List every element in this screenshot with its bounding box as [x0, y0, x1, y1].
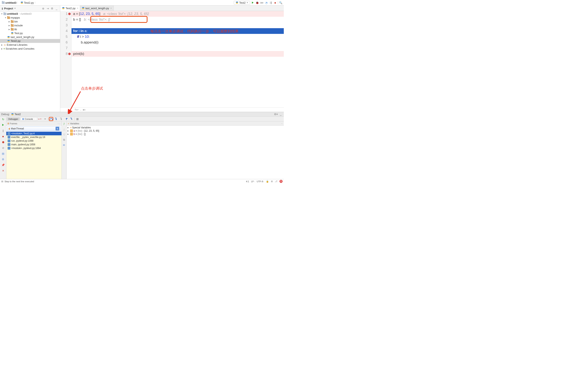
inspector-icon[interactable]: ⊞: [271, 180, 273, 183]
editor-breadcrumb[interactable]: for . ▮a: [60, 107, 284, 112]
tree-scratches[interactable]: ▶ ≡ Scratches and Consoles: [0, 47, 60, 51]
code-line[interactable]: b = [] b: <class 'list'>: []: [71, 17, 284, 23]
breadcrumb-file[interactable]: Test2.py 〉: [20, 1, 37, 5]
scroll-up-button[interactable]: △: [62, 127, 66, 131]
code-line[interactable]: [71, 23, 284, 28]
tree-item[interactable]: Test2.py: [0, 39, 60, 43]
stop-button[interactable]: ■: [1, 134, 5, 138]
file-encoding[interactable]: UTF-8÷: [257, 180, 264, 183]
tree-root[interactable]: ▼ untitled3 ~/untitled3: [0, 12, 60, 16]
line-number[interactable]: 4: [60, 28, 68, 34]
tree-item[interactable]: ▼myapps: [0, 16, 60, 20]
twisty-icon[interactable]: ▶: [8, 21, 10, 23]
tree-item[interactable]: ▶lib: [0, 27, 60, 31]
resume-button[interactable]: [1, 123, 5, 127]
console-tab[interactable]: ▣ Console →: [20, 117, 37, 121]
gutter[interactable]: 12345678: [60, 11, 71, 107]
code-line[interactable]: for i in a:: [71, 28, 284, 34]
watch-button[interactable]: 👁: [62, 143, 66, 147]
code-line[interactable]: a = [12, 23, 5, 65] a: <class 'list'>: […: [71, 11, 284, 17]
run-button[interactable]: [251, 1, 255, 5]
line-number[interactable]: 6: [60, 40, 68, 45]
restore-layout-button[interactable]: ⤴: [62, 122, 66, 126]
variable-row[interactable]: ▶ b = {list} : []: [68, 133, 283, 136]
code-line[interactable]: print(b): [71, 51, 284, 57]
code-line[interactable]: if i > 10:: [71, 34, 284, 40]
close-icon[interactable]: ×: [111, 7, 112, 9]
stack-frame[interactable]: main, pydevd.py:1658: [6, 143, 61, 146]
line-number[interactable]: 5: [60, 34, 68, 40]
twisty-icon[interactable]: ▶: [68, 126, 69, 129]
step-over-button[interactable]: [49, 117, 53, 121]
line-separator[interactable]: LF÷: [251, 180, 255, 183]
line-number[interactable]: 7: [60, 45, 68, 51]
frames-next-button[interactable]: ↓: [60, 123, 60, 125]
search-everywhere-button[interactable]: 🔍: [279, 1, 282, 5]
evaluate-expression-button[interactable]: ▦: [75, 117, 80, 121]
twisty-icon[interactable]: ▼: [1, 13, 3, 15]
stop-button[interactable]: ■: [273, 1, 277, 5]
cursor-position[interactable]: 4:1: [246, 180, 249, 183]
debug-settings-button[interactable]: ⚙▾: [274, 112, 278, 116]
step-into-button[interactable]: [54, 117, 59, 121]
tree-item[interactable]: ▶bin: [0, 20, 60, 24]
close-button[interactable]: ✕: [1, 169, 5, 173]
variable-row[interactable]: ▶ ≡ Special Variables: [68, 126, 283, 129]
step-settings-button[interactable]: ≡: [43, 117, 47, 121]
tree-item[interactable]: last_word_length.py: [0, 35, 60, 39]
collapse-all-button[interactable]: ⇥: [46, 7, 50, 10]
twisty-icon[interactable]: ▶: [8, 25, 10, 26]
twisty-icon[interactable]: ▶: [68, 133, 69, 135]
settings-gear-button[interactable]: ⚙: [1, 157, 5, 161]
twisty-icon[interactable]: ▼: [5, 17, 7, 19]
run-config-selector[interactable]: Test2 ▼: [234, 1, 250, 5]
editor-tab[interactable]: Test2.py×: [60, 6, 80, 11]
rerun-button[interactable]: ↻: [1, 117, 5, 121]
attach-button[interactable]: ⇶: [269, 1, 273, 5]
line-number[interactable]: 2: [60, 17, 68, 23]
variable-row[interactable]: ▶ a = {list} : [12, 23, 5, 65]: [68, 129, 283, 133]
stack-frame[interactable]: <module>, Test2.py:4: [6, 132, 61, 135]
layout-button[interactable]: ▤: [1, 152, 5, 155]
debug-hide-button[interactable]: ⎯: [279, 112, 282, 116]
run-to-cursor-button[interactable]: I: [69, 117, 74, 121]
twisty-icon[interactable]: ▶: [1, 48, 3, 50]
show-execution-point-button[interactable]: ▸≡: [38, 117, 42, 121]
tree-item[interactable]: Test.py: [0, 31, 60, 35]
close-icon[interactable]: ×: [77, 7, 78, 9]
line-number[interactable]: 3: [60, 23, 68, 28]
stack-frame[interactable]: run, pydevd.py:1068: [6, 139, 61, 143]
tree-item[interactable]: ▶include: [0, 24, 60, 27]
line-number[interactable]: 1: [60, 11, 68, 17]
frames-prev-button[interactable]: ↑: [58, 123, 59, 125]
stack-frame[interactable]: <module>, pydevd.py:1664: [6, 146, 61, 150]
step-into-my-code-button[interactable]: [59, 117, 64, 121]
scroll-down-button[interactable]: ▽: [62, 133, 66, 136]
lock-icon[interactable]: 🔓: [266, 180, 269, 183]
tree-external-libs[interactable]: ▶ ⫼ External Libraries: [0, 43, 60, 47]
pause-button[interactable]: ∥: [1, 129, 5, 133]
git-branch-icon[interactable]: ⎇: [275, 180, 277, 183]
debugger-tab[interactable]: Debugger: [7, 117, 20, 121]
thread-selector[interactable]: ▮ MainThread ⇅: [7, 126, 61, 131]
twisty-icon[interactable]: ▶: [1, 44, 3, 46]
settings-button[interactable]: ⚙: [50, 7, 54, 10]
stack-frame[interactable]: execfile, _pydev_execfile.py:18: [6, 135, 61, 139]
code-area[interactable]: 12345678 每点击一次单步调试，代码执行一步，可以观察到结果 点击单步调试…: [60, 11, 284, 107]
twisty-icon[interactable]: ▶: [68, 130, 69, 132]
code-line[interactable]: [71, 45, 284, 51]
step-out-button[interactable]: [64, 117, 69, 121]
code-line[interactable]: b.append(i): [71, 40, 284, 45]
breakpoint-icon[interactable]: [68, 13, 71, 15]
breakpoint-icon[interactable]: [68, 53, 71, 55]
notification-badge[interactable]: 5: [280, 180, 282, 183]
copy-button[interactable]: ⧉: [62, 138, 66, 142]
code-body[interactable]: 每点击一次单步调试，代码执行一步，可以观察到结果 点击单步调试 a = [12,…: [71, 11, 284, 107]
run-coverage-button[interactable]: ⋙: [260, 1, 264, 5]
debug-button[interactable]: 🐞: [256, 1, 259, 5]
hide-button[interactable]: ⎯: [55, 7, 59, 10]
profile-button[interactable]: ◔: [264, 1, 268, 5]
editor-tab[interactable]: last_word_length.py×: [80, 6, 114, 11]
pin-button[interactable]: 📌: [1, 163, 5, 167]
debug-session-name[interactable]: Test2: [11, 113, 21, 116]
